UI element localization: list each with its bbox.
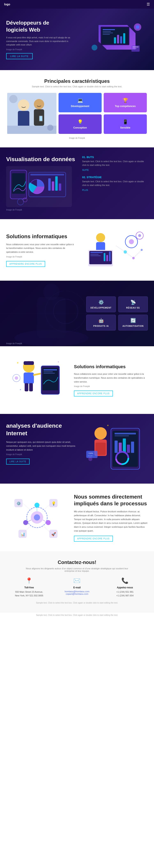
feat-card-top[interactable]: 🏆 Top compétences: [104, 93, 147, 112]
svg-rect-74: [44, 369, 57, 370]
dataviz-text-2: Sample text. Click to select the text bo…: [82, 180, 148, 187]
svg-line-122: [42, 525, 51, 534]
svg-point-51: [138, 234, 141, 237]
audience-button[interactable]: LIRE LA SUITE: [6, 459, 30, 465]
footer-note: Sample text. Click to select the text bo…: [0, 612, 154, 618]
svg-rect-89: [114, 440, 118, 453]
tech-5g-icon: 📡: [130, 300, 136, 305]
svg-point-49: [129, 239, 134, 244]
svg-rect-6: [103, 34, 110, 35]
svg-rect-91: [123, 438, 126, 453]
it-solutions-2-img-label: Image de Freepik: [74, 385, 148, 388]
svg-text:💡: 💡: [51, 501, 56, 506]
svg-line-120: [42, 503, 51, 511]
svg-point-106: [46, 520, 51, 525]
svg-rect-44: [91, 255, 101, 256]
feat-card-sensible[interactable]: 📱 Sensible: [104, 114, 147, 134]
svg-point-104: [34, 514, 40, 521]
svg-rect-34: [55, 176, 58, 191]
svg-text:Growth: Growth: [88, 455, 93, 457]
contact-card-phone: 📞 Appelez-nous +1 (234) 551 881 +1 (234)…: [103, 577, 147, 597]
dataviz-num-1: 01. BUTS: [82, 156, 148, 159]
feat-card-dev[interactable]: 💻 Développement: [58, 93, 102, 112]
svg-rect-23: [40, 116, 42, 121]
tech-overlay: ⚙️ DÉVELOPPEMENT 📡 RÉSEAU 5G 🤖 PRODUITS …: [0, 281, 154, 346]
contact-footer-text: Sample text. Click to select the text bo…: [6, 602, 148, 604]
svg-rect-33: [52, 181, 54, 191]
dataviz-img-label: Image de Freepik: [6, 209, 76, 211]
tech-card-ai[interactable]: 🤖 PRODUITS IA: [86, 315, 116, 331]
contact-email-2[interactable]: copact@homtaou.com: [55, 593, 99, 595]
svg-rect-87: [114, 433, 136, 434]
svg-point-26: [47, 125, 53, 131]
svg-line-121: [23, 525, 32, 534]
dataviz-illustration: [6, 166, 72, 207]
svg-text:★: ★: [107, 424, 109, 427]
hero-cta-button[interactable]: LIRE LA SUITE: [6, 53, 33, 59]
dataviz-link-1[interactable]: SUITE: [82, 169, 89, 171]
contact-grid: 📍 Toll-free 550 Main Street 23 Avenue, N…: [7, 577, 147, 597]
svg-rect-19: [18, 111, 29, 127]
svg-rect-68: [24, 372, 34, 384]
dataviz-section-2: 02. STRATÉGIE Sample text. Click to sele…: [82, 176, 148, 192]
contact-card-address: 📍 Toll-free 550 Main Street 23 Avenue, N…: [7, 577, 51, 597]
it-solutions-2-content: Solutions informatiques Nous collaborons…: [74, 364, 148, 397]
audience-img-label: Image de Freepik: [6, 453, 76, 456]
tech-card-auto[interactable]: 🔄 AUTOMATISATION: [118, 315, 148, 331]
dataviz-title: Visualisation de données: [6, 156, 76, 163]
contact-email-1[interactable]: homtaou@homtaou.com: [55, 590, 99, 593]
dataviz-link-2[interactable]: PLUS: [82, 189, 88, 191]
svg-line-110: [28, 520, 31, 522]
svg-point-25: [9, 95, 18, 103]
it-solutions-1-button[interactable]: APPRENDRE ENCORE PLUS: [6, 261, 45, 267]
audience-content: analyses d'audience Internet Nequa per q…: [6, 422, 76, 465]
tech-card-dev[interactable]: ⚙️ DÉVELOPPEMENT: [86, 297, 116, 312]
tech-auto-label: AUTOMATISATION: [123, 325, 144, 327]
contact-phone-2: +1 (234) 987.654: [103, 594, 147, 598]
svg-rect-15: [132, 46, 138, 48]
tech-cards-grid: ⚙️ DÉVELOPPEMENT 📡 RÉSEAU 5G 🤖 PRODUITS …: [86, 297, 148, 331]
svg-rect-70: [29, 383, 33, 391]
svg-text:★: ★: [17, 361, 19, 364]
contact-phone-title: Appelez-nous: [103, 586, 147, 589]
svg-rect-46: [106, 255, 108, 261]
contact-title: Contactez-nous!: [6, 559, 148, 565]
navbar-hamburger[interactable]: ☰: [147, 2, 150, 6]
contact-email-title: E-mail: [55, 586, 99, 589]
tech-card-5g[interactable]: 📡 RÉSEAU 5G: [118, 297, 148, 312]
email-icon: ✉️: [55, 577, 99, 584]
svg-point-18: [18, 99, 29, 111]
svg-line-109: [43, 520, 46, 522]
svg-rect-3: [103, 29, 115, 30]
svg-rect-69: [25, 383, 28, 391]
process-text: Mb urtoe id aliquet lectus. Pulsce tinci…: [74, 510, 148, 533]
tech-img-label: Image de Freepik: [6, 342, 22, 345]
features-section: Principales caractéristiques Sample text…: [0, 70, 154, 147]
svg-rect-12: [136, 25, 139, 29]
contact-phone-1: +1 (234) 551 881: [103, 590, 147, 594]
it-solutions-2-title: Solutions informatiques: [74, 364, 148, 370]
features-photo: [7, 93, 56, 134]
contact-card-email: ✉️ E-mail homtaou@homtaou.com copact@hom…: [55, 577, 99, 597]
svg-line-57: [133, 250, 142, 258]
it-solutions-1-img-label: Image de Freepik: [6, 256, 76, 258]
svg-rect-97: [86, 451, 98, 458]
it-solutions-2-button[interactable]: APPRENDRE ENCORE PLUS: [74, 391, 113, 397]
dataviz-text-1: Sample text. Click to select the text bo…: [82, 160, 148, 167]
navbar: logo ☰: [0, 0, 154, 9]
feat-card-conception[interactable]: 💡 Conception: [58, 114, 102, 134]
svg-text:✦: ✦: [57, 361, 59, 363]
svg-rect-7: [114, 37, 116, 43]
it-solutions-2-section: ★ ★ ✦ Solutions informatiques Nous colla…: [0, 346, 154, 414]
contact-subtitle: Nous alignons les dirigeants autour d'un…: [26, 567, 128, 572]
process-button[interactable]: APPRENDRE ENCORE PLUS: [74, 536, 113, 541]
svg-rect-16: [132, 48, 136, 49]
svg-line-52: [116, 246, 125, 252]
sensible-icon: 📱: [123, 119, 128, 125]
it-solutions-1-section: Solutions informatiques Nous collaborons…: [0, 219, 154, 281]
it-solutions-1-title: Solutions informatiques: [6, 233, 76, 240]
hero-title: Développeurs de logiciels Web: [6, 20, 72, 33]
audience-title: analyses d'audience Internet: [6, 422, 76, 437]
hero-text: Il vous est peut-être déjà arrivé, mais …: [6, 36, 72, 47]
svg-rect-35: [59, 184, 61, 191]
